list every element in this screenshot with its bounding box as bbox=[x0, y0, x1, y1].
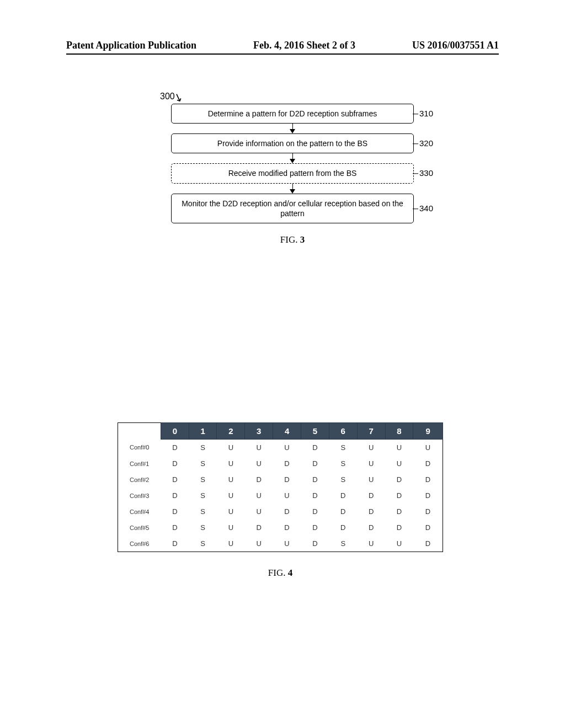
table-cell: U bbox=[385, 456, 413, 472]
col-header: 3 bbox=[245, 423, 273, 440]
table-cell: S bbox=[189, 440, 217, 456]
row-label: Conf#5 bbox=[118, 520, 161, 536]
flowchart-figure-3: 300↘ Determine a pattern for D2D recepti… bbox=[171, 104, 414, 245]
table-cell: U bbox=[245, 536, 273, 552]
tdd-config-table: 0 1 2 3 4 5 6 7 8 9 Conf#0DSUUUDSUUUConf… bbox=[118, 422, 443, 552]
table-cell: S bbox=[329, 440, 357, 456]
table-cell: D bbox=[357, 520, 385, 536]
table-cell: D bbox=[161, 472, 189, 488]
flow-arrow-icon bbox=[171, 124, 414, 133]
table-cell: S bbox=[329, 536, 357, 552]
table-cell: U bbox=[357, 536, 385, 552]
row-label: Conf#4 bbox=[118, 504, 161, 520]
config-table-figure-4: 0 1 2 3 4 5 6 7 8 9 Conf#0DSUUUDSUUUConf… bbox=[118, 422, 443, 579]
table-cell: U bbox=[413, 440, 443, 456]
table-header-row: 0 1 2 3 4 5 6 7 8 9 bbox=[118, 423, 443, 440]
table-cell: U bbox=[385, 440, 413, 456]
table-cell: U bbox=[273, 488, 301, 504]
table-cell: S bbox=[329, 456, 357, 472]
flowchart-reference-number: 300↘ bbox=[160, 90, 183, 104]
table-cell: D bbox=[161, 456, 189, 472]
table-cell: D bbox=[329, 520, 357, 536]
table-cell: U bbox=[217, 536, 245, 552]
table-cell: D bbox=[161, 520, 189, 536]
col-header: 0 bbox=[161, 423, 189, 440]
table-cell: D bbox=[413, 504, 443, 520]
table-cell: U bbox=[357, 456, 385, 472]
row-label: Conf#0 bbox=[118, 440, 161, 456]
table-cell: U bbox=[217, 440, 245, 456]
table-cell: D bbox=[273, 520, 301, 536]
table-cell: U bbox=[217, 488, 245, 504]
col-header: 8 bbox=[385, 423, 413, 440]
flow-step-320: Provide information on the pattern to th… bbox=[171, 133, 414, 153]
row-label: Conf#2 bbox=[118, 472, 161, 488]
flow-step-340: Monitor the D2D reception and/or cellula… bbox=[171, 194, 414, 223]
table-cell: D bbox=[329, 488, 357, 504]
table-cell: D bbox=[161, 488, 189, 504]
table-cell: D bbox=[413, 520, 443, 536]
table-cell: D bbox=[385, 504, 413, 520]
table-row: Conf#1DSUUDDSUUD bbox=[118, 456, 443, 472]
table-cell: D bbox=[301, 456, 329, 472]
table-cell: U bbox=[273, 440, 301, 456]
table-cell: U bbox=[217, 520, 245, 536]
page-header: Patent Application Publication Feb. 4, 2… bbox=[66, 40, 499, 55]
col-header: 7 bbox=[357, 423, 385, 440]
table-cell: S bbox=[329, 472, 357, 488]
table-cell: S bbox=[189, 472, 217, 488]
table-row: Conf#0DSUUUDSUUU bbox=[118, 440, 443, 456]
flow-step-330: Receive modified pattern from the BS 330 bbox=[171, 163, 414, 183]
table-cell: D bbox=[245, 520, 273, 536]
table-cell: U bbox=[245, 504, 273, 520]
table-cell: D bbox=[301, 488, 329, 504]
table-cell: D bbox=[413, 536, 443, 552]
table-cell: D bbox=[357, 488, 385, 504]
figure-4-caption: FIG. 4 bbox=[118, 568, 443, 579]
flow-step-label-340: 340 bbox=[419, 203, 433, 214]
table-cell: U bbox=[217, 456, 245, 472]
table-cell: D bbox=[161, 504, 189, 520]
table-cell: D bbox=[413, 488, 443, 504]
table-cell: D bbox=[301, 520, 329, 536]
table-corner-cell bbox=[118, 423, 161, 440]
table-cell: U bbox=[273, 536, 301, 552]
table-cell: S bbox=[189, 504, 217, 520]
table-cell: U bbox=[245, 456, 273, 472]
table-cell: D bbox=[413, 472, 443, 488]
table-cell: D bbox=[301, 536, 329, 552]
table-cell: U bbox=[357, 472, 385, 488]
table-cell: D bbox=[273, 504, 301, 520]
table-cell: S bbox=[189, 536, 217, 552]
table-cell: D bbox=[385, 488, 413, 504]
table-cell: U bbox=[357, 440, 385, 456]
col-header: 1 bbox=[189, 423, 217, 440]
table-cell: S bbox=[189, 488, 217, 504]
header-right: US 2016/0037551 A1 bbox=[412, 40, 499, 51]
table-cell: D bbox=[161, 536, 189, 552]
col-header: 6 bbox=[329, 423, 357, 440]
table-cell: U bbox=[245, 440, 273, 456]
col-header: 5 bbox=[301, 423, 329, 440]
table-cell: S bbox=[189, 520, 217, 536]
table-cell: D bbox=[301, 472, 329, 488]
row-label: Conf#3 bbox=[118, 488, 161, 504]
header-center: Feb. 4, 2016 Sheet 2 of 3 bbox=[253, 40, 355, 51]
table-cell: D bbox=[273, 456, 301, 472]
table-cell: U bbox=[245, 488, 273, 504]
table-cell: D bbox=[385, 520, 413, 536]
flow-step-label-330: 330 bbox=[419, 168, 433, 179]
table-cell: U bbox=[385, 536, 413, 552]
table-row: Conf#5DSUDDDDDDD bbox=[118, 520, 443, 536]
figure-3-caption: FIG. 3 bbox=[171, 234, 414, 245]
table-cell: U bbox=[217, 504, 245, 520]
table-cell: S bbox=[189, 456, 217, 472]
row-label: Conf#6 bbox=[118, 536, 161, 552]
table-cell: D bbox=[301, 440, 329, 456]
table-cell: D bbox=[329, 504, 357, 520]
col-header: 4 bbox=[273, 423, 301, 440]
col-header: 9 bbox=[413, 423, 443, 440]
table-row: Conf#2DSUDDDSUDD bbox=[118, 472, 443, 488]
table-row: Conf#3DSUUUDDDDD bbox=[118, 488, 443, 504]
col-header: 2 bbox=[217, 423, 245, 440]
